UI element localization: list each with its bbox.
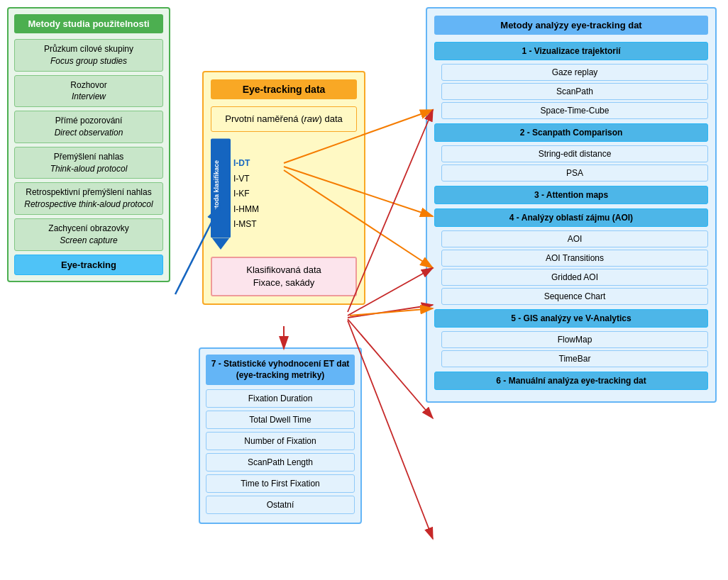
- section-label: 1 - Vizualizace trajektorií: [434, 42, 708, 60]
- list-item: Přímé pozorování Direct observation: [14, 111, 163, 143]
- algorithm-list: I-DT I-VT I-KF I-HMM I-MST: [233, 156, 259, 233]
- sub-item: PSA: [441, 164, 708, 182]
- sub-item: TimeBar: [441, 350, 708, 367]
- classified-box: Klasifikovaná dataFixace, sakády: [211, 257, 357, 296]
- section-label: 6 - Manuální analýza eye-tracking dat: [434, 372, 708, 390]
- sub-item: String-edit distance: [441, 145, 708, 162]
- item-sublabel: Think-aloud protocol: [21, 163, 157, 175]
- section-1: 1 - Vizualizace trajektorií Gaze replay …: [434, 42, 708, 119]
- svg-line-10: [348, 305, 433, 318]
- sub-item: Space-Time-Cube: [441, 102, 708, 119]
- sub-item: Gridded AOI: [441, 269, 708, 286]
- item-sublabel: Retrospective think-aloud protocol: [21, 199, 157, 211]
- section-5: 5 - GIS analýzy ve V-Analytics FlowMap T…: [434, 309, 708, 367]
- center-title: Eye-tracking data: [211, 79, 357, 99]
- diagram-container: Metody studia použitelnosti Průzkum cílo…: [0, 0, 728, 580]
- item-label: Rozhovor: [21, 79, 157, 91]
- left-panel: Metody studia použitelnosti Průzkum cílo…: [7, 7, 170, 282]
- section-4: 4 - Analýzy oblastí zájmu (AOI) AOI AOI …: [434, 208, 708, 305]
- sub-item: ScanPath: [441, 83, 708, 100]
- stats-item: Number of Fixation: [206, 432, 355, 450]
- section-3: 3 - Attention maps: [434, 186, 708, 204]
- ivt-label: I-VT: [233, 172, 259, 187]
- item-label: Průzkum cílové skupiny: [21, 43, 157, 55]
- list-item: Retrospektivní přemýšlení nahlas Retrosp…: [14, 182, 163, 215]
- sub-item: AOI: [441, 230, 708, 247]
- list-item: Zachycení obrazovky Screen capture: [14, 218, 163, 251]
- item-label: Retrospektivní přemýšlení nahlas: [21, 186, 157, 199]
- stats-panel: 7 - Statistické vyhodnocení ET dat (eye-…: [199, 347, 362, 524]
- item-sublabel: Focus group studies: [21, 55, 157, 67]
- ikf-label: I-KF: [233, 186, 259, 202]
- item-label: Přímé pozorování: [21, 115, 157, 127]
- sub-item: Sequence Chart: [441, 288, 708, 305]
- list-item: Průzkum cílové skupiny Focus group studi…: [14, 39, 163, 72]
- stats-item: Time to First Fixation: [206, 474, 355, 493]
- sub-item: AOI Transitions: [441, 250, 708, 267]
- algorithm-section: Metoda klasifikace I-DT I-VT I-KF I-HMM …: [211, 139, 357, 250]
- stats-item: ScanPath Length: [206, 453, 355, 472]
- section-6: 6 - Manuální analýza eye-tracking dat: [434, 372, 708, 390]
- imst-label: I-MST: [233, 217, 259, 233]
- section-label: 3 - Attention maps: [434, 186, 708, 204]
- right-panel-title: Metody analýzy eye-tracking dat: [434, 16, 708, 35]
- method-arrow: Metoda klasifikace: [211, 139, 231, 250]
- item-sublabel: Direct observation: [21, 127, 157, 139]
- method-label: Metoda klasifikace: [211, 139, 231, 238]
- section-2: 2 - Scanpath Comparison String-edit dist…: [434, 123, 708, 182]
- list-item: Rozhovor Interview: [14, 75, 163, 108]
- section-label: 4 - Analýzy oblastí zájmu (AOI): [434, 208, 708, 227]
- idt-label: I-DT: [233, 156, 259, 172]
- ihmm-label: I-HMM: [233, 202, 259, 218]
- center-panel: Eye-tracking data Prvotní naměřená (raw)…: [202, 71, 365, 305]
- item-label: Přemýšlení nahlas: [21, 151, 157, 163]
- left-panel-title: Metody studia použitelnosti: [14, 14, 163, 33]
- stats-title: 7 - Statistické vyhodnocení ET dat (eye-…: [206, 355, 355, 385]
- section-label: 2 - Scanpath Comparison: [434, 123, 708, 142]
- sub-item: FlowMap: [441, 331, 708, 348]
- item-label: Zachycení obrazovky: [21, 223, 157, 235]
- raw-data-box: Prvotní naměřená (raw) data: [211, 106, 357, 132]
- stats-item: Fixation Duration: [206, 389, 355, 408]
- down-arrow-tip: [212, 238, 229, 250]
- stats-item: Total Dwell Time: [206, 411, 355, 429]
- section-label: 5 - GIS analýzy ve V-Analytics: [434, 309, 708, 328]
- item-sublabel: Screen capture: [21, 235, 157, 247]
- svg-line-13: [350, 308, 433, 316]
- item-sublabel: Interview: [21, 91, 157, 103]
- stats-item: Ostatní: [206, 496, 355, 514]
- left-panel-footer: Eye-tracking: [14, 255, 163, 275]
- list-item: Přemýšlení nahlas Think-aloud protocol: [14, 147, 163, 179]
- sub-item: Gaze replay: [441, 64, 708, 81]
- right-panel: Metody analýzy eye-tracking dat 1 - Vizu…: [426, 7, 717, 403]
